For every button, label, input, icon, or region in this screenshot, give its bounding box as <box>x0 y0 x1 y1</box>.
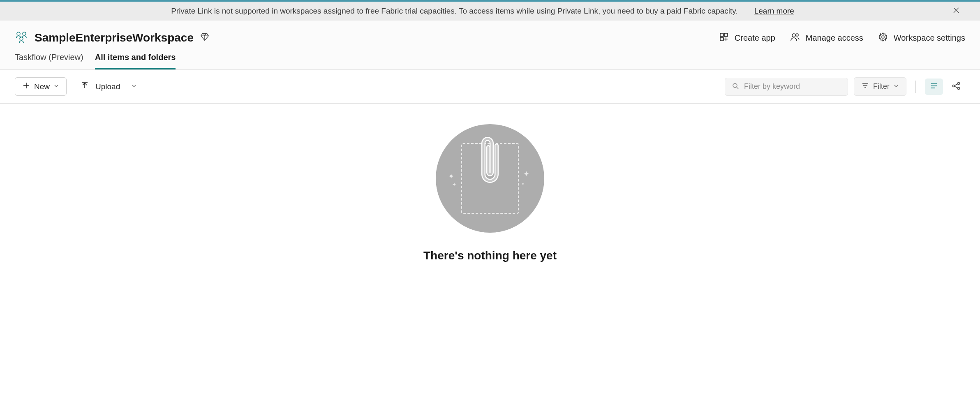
upload-icon <box>81 81 89 92</box>
notification-message: Private Link is not supported in workspa… <box>171 7 738 16</box>
workspace-settings-button[interactable]: Workspace settings <box>878 32 965 44</box>
manage-access-button[interactable]: Manage access <box>790 32 863 44</box>
chevron-down-icon <box>132 83 136 90</box>
people-icon <box>790 32 800 44</box>
toolbar: New Upload <box>0 70 980 104</box>
sparkle-icon: ✦ <box>448 172 454 181</box>
manage-access-label: Manage access <box>806 33 863 43</box>
svg-point-8 <box>882 36 884 38</box>
filter-button[interactable]: Filter <box>854 77 906 96</box>
list-icon <box>930 82 938 92</box>
svg-point-0 <box>17 32 20 35</box>
empty-state-title: There's nothing here yet <box>423 249 557 262</box>
tab-all-items[interactable]: All items and folders <box>95 53 176 69</box>
sparkle-icon: ✦ <box>452 182 456 187</box>
upload-button[interactable]: Upload <box>79 78 138 95</box>
paperclip-icon <box>478 133 502 192</box>
toolbar-right: Filter <box>725 77 965 96</box>
gear-icon <box>878 32 888 44</box>
filter-icon <box>862 82 869 91</box>
chevron-down-icon <box>54 83 59 90</box>
workspace-title-group: SampleEnterpriseWorkspace <box>15 30 209 45</box>
sparkle-icon: ✦ <box>521 182 525 186</box>
toolbar-left: New Upload <box>15 77 138 96</box>
chevron-down-icon <box>894 83 899 90</box>
tabs: Taskflow (Preview) All items and folders <box>0 45 980 70</box>
svg-rect-5 <box>720 37 723 41</box>
new-button[interactable]: New <box>15 77 67 96</box>
filter-keyword-input[interactable] <box>744 82 841 91</box>
filter-input-wrapper[interactable] <box>725 78 848 96</box>
svg-point-1 <box>23 32 26 35</box>
diamond-icon <box>200 32 209 43</box>
workspace-settings-label: Workspace settings <box>894 33 965 43</box>
workspace-title: SampleEnterpriseWorkspace <box>35 31 194 44</box>
svg-point-9 <box>733 83 737 88</box>
close-icon[interactable] <box>949 7 964 16</box>
toolbar-separator <box>915 81 916 93</box>
create-app-label: Create app <box>735 33 775 43</box>
svg-rect-4 <box>724 33 728 37</box>
lineage-icon <box>952 81 961 92</box>
plus-icon <box>23 82 30 91</box>
upload-label: Upload <box>95 82 120 91</box>
empty-state-graphic: ✦ ✦ ✦ ✦ <box>436 124 544 233</box>
filter-label: Filter <box>873 82 890 91</box>
header-actions: Create app Manage access Workspace set <box>719 32 965 44</box>
list-view-button[interactable] <box>925 79 943 95</box>
empty-state: ✦ ✦ ✦ ✦ There's nothing here yet <box>0 104 980 262</box>
new-label: New <box>34 82 50 91</box>
lineage-view-button[interactable] <box>947 79 965 95</box>
svg-point-6 <box>792 34 795 37</box>
notification-content: Private Link is not supported in workspa… <box>16 7 949 16</box>
tab-taskflow[interactable]: Taskflow (Preview) <box>15 53 83 69</box>
svg-point-7 <box>796 34 798 36</box>
workspace-people-icon <box>15 30 28 45</box>
workspace-header: SampleEnterpriseWorkspace Create app <box>0 21 980 45</box>
apps-icon <box>719 32 729 44</box>
search-icon <box>732 82 739 91</box>
learn-more-link[interactable]: Learn more <box>754 7 794 16</box>
create-app-button[interactable]: Create app <box>719 32 775 44</box>
view-toggle <box>925 79 965 95</box>
notification-bar: Private Link is not supported in workspa… <box>0 2 980 21</box>
svg-rect-3 <box>720 33 723 37</box>
sparkle-icon: ✦ <box>523 169 529 178</box>
